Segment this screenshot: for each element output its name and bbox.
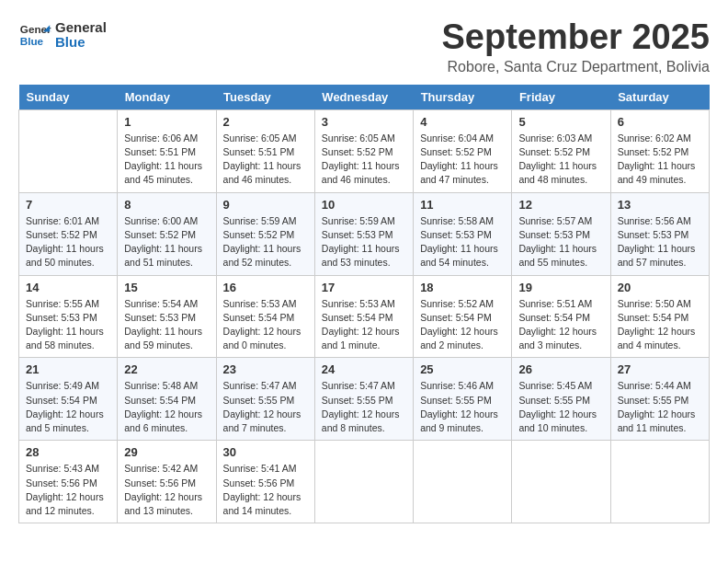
day-number: 23 xyxy=(223,362,308,376)
day-info: Sunrise: 5:46 AMSunset: 5:55 PMDaylight:… xyxy=(420,379,505,435)
day-info: Sunrise: 5:51 AMSunset: 5:54 PMDaylight:… xyxy=(518,297,603,353)
calendar-day-cell xyxy=(19,109,118,192)
calendar-week-row: 1Sunrise: 6:06 AMSunset: 5:51 PMDaylight… xyxy=(19,109,710,192)
day-info: Sunrise: 5:42 AMSunset: 5:56 PMDaylight:… xyxy=(124,462,209,518)
calendar-day-cell: 7Sunrise: 6:01 AMSunset: 5:52 PMDaylight… xyxy=(19,192,118,275)
day-info: Sunrise: 5:58 AMSunset: 5:53 PMDaylight:… xyxy=(420,214,505,270)
calendar-day-cell: 16Sunrise: 5:53 AMSunset: 5:54 PMDayligh… xyxy=(216,275,314,358)
day-number: 21 xyxy=(26,362,110,376)
calendar-day-cell: 30Sunrise: 5:41 AMSunset: 5:56 PMDayligh… xyxy=(216,441,314,523)
day-number: 18 xyxy=(420,281,505,294)
calendar-day-cell: 3Sunrise: 6:05 AMSunset: 5:52 PMDaylight… xyxy=(314,109,413,192)
day-number: 8 xyxy=(124,198,209,212)
calendar-day-cell: 29Sunrise: 5:42 AMSunset: 5:56 PMDayligh… xyxy=(118,441,216,523)
day-number: 13 xyxy=(618,198,702,212)
svg-text:Blue: Blue xyxy=(20,35,44,47)
weekday-header-tuesday: Tuesday xyxy=(216,85,314,110)
calendar-day-cell: 6Sunrise: 6:02 AMSunset: 5:52 PMDaylight… xyxy=(610,109,709,192)
day-number: 30 xyxy=(223,445,308,459)
calendar-day-cell: 10Sunrise: 5:59 AMSunset: 5:53 PMDayligh… xyxy=(314,192,413,275)
day-info: Sunrise: 5:47 AMSunset: 5:55 PMDaylight:… xyxy=(223,379,308,435)
day-info: Sunrise: 6:00 AMSunset: 5:52 PMDaylight:… xyxy=(124,214,209,270)
day-number: 28 xyxy=(26,445,110,459)
day-number: 14 xyxy=(26,281,110,294)
calendar-day-cell: 13Sunrise: 5:56 AMSunset: 5:53 PMDayligh… xyxy=(610,192,709,275)
day-info: Sunrise: 5:59 AMSunset: 5:52 PMDaylight:… xyxy=(223,214,308,270)
day-info: Sunrise: 6:04 AMSunset: 5:52 PMDaylight:… xyxy=(420,132,505,188)
calendar-day-cell: 2Sunrise: 6:05 AMSunset: 5:51 PMDaylight… xyxy=(216,109,314,192)
calendar-day-cell: 17Sunrise: 5:53 AMSunset: 5:54 PMDayligh… xyxy=(314,275,413,358)
day-number: 1 xyxy=(124,115,209,129)
day-info: Sunrise: 5:52 AMSunset: 5:54 PMDaylight:… xyxy=(420,297,505,353)
day-info: Sunrise: 5:54 AMSunset: 5:53 PMDaylight:… xyxy=(124,297,209,353)
day-number: 17 xyxy=(322,281,406,294)
day-info: Sunrise: 6:06 AMSunset: 5:51 PMDaylight:… xyxy=(124,132,209,188)
day-number: 16 xyxy=(223,281,308,294)
day-info: Sunrise: 5:57 AMSunset: 5:53 PMDaylight:… xyxy=(518,214,603,270)
weekday-header-thursday: Thursday xyxy=(414,85,512,110)
day-info: Sunrise: 5:44 AMSunset: 5:55 PMDaylight:… xyxy=(618,379,702,435)
month-title: September 2025 xyxy=(442,18,711,57)
day-info: Sunrise: 5:48 AMSunset: 5:54 PMDaylight:… xyxy=(124,379,209,435)
weekday-header-monday: Monday xyxy=(118,85,216,110)
calendar-table: SundayMondayTuesdayWednesdayThursdayFrid… xyxy=(18,85,710,523)
calendar-day-cell: 28Sunrise: 5:43 AMSunset: 5:56 PMDayligh… xyxy=(19,441,118,523)
calendar-day-cell xyxy=(414,441,512,523)
weekday-header-friday: Friday xyxy=(512,85,610,110)
calendar-day-cell: 5Sunrise: 6:03 AMSunset: 5:52 PMDaylight… xyxy=(512,109,610,192)
page-header: General Blue General Blue September 2025… xyxy=(18,18,710,75)
logo-general-text: General xyxy=(55,20,107,36)
calendar-day-cell: 15Sunrise: 5:54 AMSunset: 5:53 PMDayligh… xyxy=(118,275,216,358)
calendar-day-cell: 23Sunrise: 5:47 AMSunset: 5:55 PMDayligh… xyxy=(216,358,314,441)
day-number: 20 xyxy=(618,281,702,294)
calendar-day-cell: 1Sunrise: 6:06 AMSunset: 5:51 PMDaylight… xyxy=(118,109,216,192)
day-number: 4 xyxy=(420,115,505,129)
day-number: 10 xyxy=(322,198,406,212)
calendar-week-row: 14Sunrise: 5:55 AMSunset: 5:53 PMDayligh… xyxy=(19,275,710,358)
day-info: Sunrise: 5:59 AMSunset: 5:53 PMDaylight:… xyxy=(322,214,406,270)
day-info: Sunrise: 6:03 AMSunset: 5:52 PMDaylight:… xyxy=(518,132,603,188)
calendar-day-cell xyxy=(512,441,610,523)
day-number: 19 xyxy=(518,281,603,294)
calendar-week-row: 7Sunrise: 6:01 AMSunset: 5:52 PMDaylight… xyxy=(19,192,710,275)
calendar-day-cell: 11Sunrise: 5:58 AMSunset: 5:53 PMDayligh… xyxy=(414,192,512,275)
calendar-day-cell: 4Sunrise: 6:04 AMSunset: 5:52 PMDaylight… xyxy=(414,109,512,192)
day-number: 3 xyxy=(322,115,406,129)
calendar-day-cell xyxy=(610,441,709,523)
day-info: Sunrise: 5:45 AMSunset: 5:55 PMDaylight:… xyxy=(518,379,603,435)
logo: General Blue General Blue xyxy=(18,18,107,52)
calendar-week-row: 28Sunrise: 5:43 AMSunset: 5:56 PMDayligh… xyxy=(19,441,710,523)
day-number: 22 xyxy=(124,362,209,376)
weekday-header-wednesday: Wednesday xyxy=(314,85,413,110)
calendar-day-cell: 21Sunrise: 5:49 AMSunset: 5:54 PMDayligh… xyxy=(19,358,118,441)
day-number: 25 xyxy=(420,362,505,376)
day-number: 15 xyxy=(124,281,209,294)
day-info: Sunrise: 5:56 AMSunset: 5:53 PMDaylight:… xyxy=(618,214,702,270)
calendar-day-cell: 25Sunrise: 5:46 AMSunset: 5:55 PMDayligh… xyxy=(414,358,512,441)
day-number: 29 xyxy=(124,445,209,459)
calendar-day-cell: 19Sunrise: 5:51 AMSunset: 5:54 PMDayligh… xyxy=(512,275,610,358)
weekday-header-sunday: Sunday xyxy=(19,85,118,110)
day-info: Sunrise: 6:02 AMSunset: 5:52 PMDaylight:… xyxy=(618,132,702,188)
day-info: Sunrise: 5:55 AMSunset: 5:53 PMDaylight:… xyxy=(26,297,110,353)
calendar-day-cell: 8Sunrise: 6:00 AMSunset: 5:52 PMDaylight… xyxy=(118,192,216,275)
calendar-day-cell: 14Sunrise: 5:55 AMSunset: 5:53 PMDayligh… xyxy=(19,275,118,358)
calendar-day-cell: 18Sunrise: 5:52 AMSunset: 5:54 PMDayligh… xyxy=(414,275,512,358)
day-number: 5 xyxy=(518,115,603,129)
day-number: 24 xyxy=(322,362,406,376)
calendar-day-cell: 27Sunrise: 5:44 AMSunset: 5:55 PMDayligh… xyxy=(610,358,709,441)
weekday-header-row: SundayMondayTuesdayWednesdayThursdayFrid… xyxy=(19,85,710,110)
day-info: Sunrise: 6:05 AMSunset: 5:51 PMDaylight:… xyxy=(223,132,308,188)
weekday-header-saturday: Saturday xyxy=(610,85,709,110)
calendar-day-cell: 9Sunrise: 5:59 AMSunset: 5:52 PMDaylight… xyxy=(216,192,314,275)
day-info: Sunrise: 5:53 AMSunset: 5:54 PMDaylight:… xyxy=(322,297,406,353)
day-info: Sunrise: 6:01 AMSunset: 5:52 PMDaylight:… xyxy=(26,214,110,270)
title-block: September 2025 Robore, Santa Cruz Depart… xyxy=(442,18,711,75)
day-info: Sunrise: 5:41 AMSunset: 5:56 PMDaylight:… xyxy=(223,462,308,518)
day-number: 6 xyxy=(618,115,702,129)
calendar-day-cell: 12Sunrise: 5:57 AMSunset: 5:53 PMDayligh… xyxy=(512,192,610,275)
day-info: Sunrise: 5:47 AMSunset: 5:55 PMDaylight:… xyxy=(322,379,406,435)
day-info: Sunrise: 5:43 AMSunset: 5:56 PMDaylight:… xyxy=(26,462,110,518)
day-number: 7 xyxy=(26,198,110,212)
day-number: 2 xyxy=(223,115,308,129)
